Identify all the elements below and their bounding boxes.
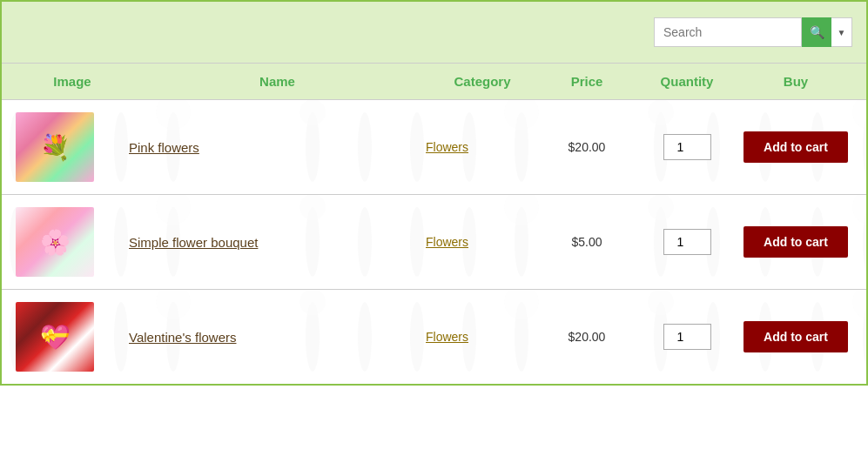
product-name-link[interactable]: Simple flower bouquet bbox=[129, 235, 258, 250]
col-header-buy: Buy bbox=[739, 74, 852, 89]
product-quantity-cell bbox=[635, 229, 739, 255]
add-to-cart-button[interactable]: Add to cart bbox=[744, 131, 848, 163]
col-header-price: Price bbox=[539, 74, 635, 89]
product-quantity-cell bbox=[635, 324, 739, 350]
product-name-cell: Simple flower bouquet bbox=[129, 235, 426, 250]
col-header-name: Name bbox=[129, 74, 426, 89]
chevron-down-icon: ▼ bbox=[838, 28, 846, 37]
table-row: 💝 Valentine's flowers Flowers $20.00 Add… bbox=[2, 289, 866, 384]
product-image-cell: 💐 bbox=[16, 112, 129, 182]
column-headers: Image Name Category Price Quantity Buy bbox=[2, 63, 866, 99]
product-category-link[interactable]: Flowers bbox=[426, 140, 468, 154]
add-to-cart-button[interactable]: Add to cart bbox=[744, 321, 848, 352]
quantity-input[interactable] bbox=[663, 324, 711, 350]
product-buy-cell: Add to cart bbox=[739, 131, 852, 163]
col-header-quantity: Quantity bbox=[635, 74, 739, 89]
search-dropdown-button[interactable]: ▼ bbox=[831, 17, 852, 47]
product-image-cell: 🌸 bbox=[16, 207, 129, 277]
table-row: 💐 Pink flowers Flowers $20.00 Add to car… bbox=[2, 99, 866, 194]
product-name-link[interactable]: Pink flowers bbox=[129, 140, 199, 155]
product-name-cell: Pink flowers bbox=[129, 140, 426, 155]
search-wrapper: 🔍 ▼ bbox=[654, 17, 852, 47]
product-thumbnail: 🌸 bbox=[16, 207, 94, 277]
product-buy-cell: Add to cart bbox=[739, 321, 852, 352]
product-category-cell: Flowers bbox=[426, 235, 539, 249]
product-image-cell: 💝 bbox=[16, 302, 129, 372]
product-buy-cell: Add to cart bbox=[739, 226, 852, 258]
header: 🔍 ▼ bbox=[2, 2, 866, 63]
search-button[interactable]: 🔍 bbox=[802, 17, 831, 47]
product-category-cell: Flowers bbox=[426, 330, 539, 344]
product-category-cell: Flowers bbox=[426, 140, 539, 154]
add-to-cart-button[interactable]: Add to cart bbox=[744, 226, 848, 258]
search-input[interactable] bbox=[654, 17, 802, 47]
col-header-category: Category bbox=[426, 74, 539, 89]
col-header-image: Image bbox=[16, 74, 129, 89]
product-quantity-cell bbox=[635, 134, 739, 160]
product-thumbnail: 💐 bbox=[16, 112, 94, 182]
product-price: $20.00 bbox=[539, 330, 635, 344]
quantity-input[interactable] bbox=[663, 229, 711, 255]
product-category-link[interactable]: Flowers bbox=[426, 235, 468, 249]
product-thumbnail: 💝 bbox=[16, 302, 94, 372]
product-name-link[interactable]: Valentine's flowers bbox=[129, 330, 236, 345]
product-price: $20.00 bbox=[539, 140, 635, 154]
product-price: $5.00 bbox=[539, 235, 635, 249]
table-row: 🌸 Simple flower bouquet Flowers $5.00 Ad… bbox=[2, 194, 866, 289]
product-category-link[interactable]: Flowers bbox=[426, 330, 468, 344]
search-icon: 🔍 bbox=[810, 25, 824, 39]
product-list: 💐 Pink flowers Flowers $20.00 Add to car… bbox=[2, 99, 866, 384]
quantity-input[interactable] bbox=[663, 134, 711, 160]
product-name-cell: Valentine's flowers bbox=[129, 330, 426, 345]
